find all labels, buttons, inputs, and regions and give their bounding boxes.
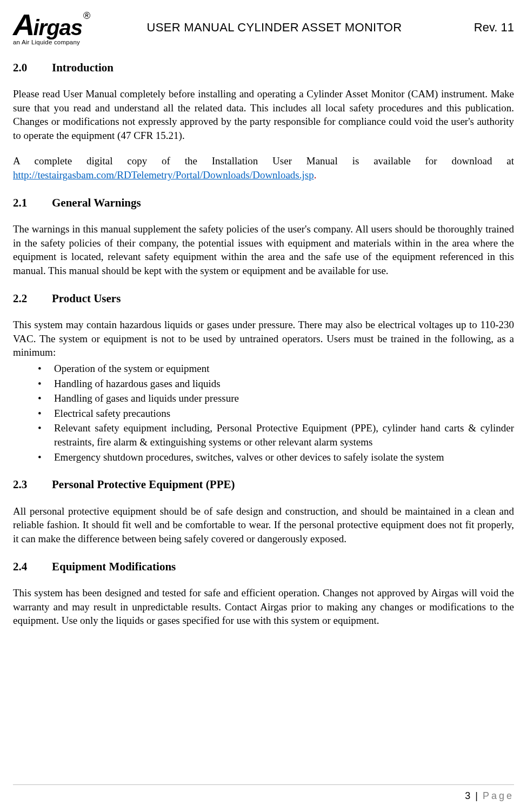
download-link[interactable]: http://testairgasbam.com/RDTelemetry/Por…	[13, 169, 314, 181]
section-heading-product-users: 2.2Product Users	[13, 291, 514, 306]
logo-text: A irgas ®	[13, 12, 90, 37]
list-item: Electrical safety precautions	[38, 407, 514, 421]
section-number: 2.0	[13, 60, 52, 75]
footer-separator: |	[471, 790, 483, 801]
list-item: Operation of the system or equipment	[38, 362, 514, 376]
paragraph-product-users: This system may contain hazardous liquid…	[13, 318, 514, 360]
section-title: General Warnings	[52, 196, 141, 209]
paragraph-intro-2: A complete digital copy of the Installat…	[13, 154, 514, 182]
list-item: Relevant safety equipment including, Per…	[38, 421, 514, 449]
footer-divider	[13, 784, 514, 785]
section-number: 2.1	[13, 195, 52, 210]
logo-initial: A	[13, 12, 34, 37]
paragraph-ppe: All personal protective equipment should…	[13, 504, 514, 546]
list-item: Emergency shutdown procedures, switches,…	[38, 450, 514, 464]
page-header: A irgas ® an Air Liquide company USER MA…	[13, 12, 514, 47]
logo-registered-icon: ®	[83, 12, 90, 20]
section-title: Introduction	[52, 61, 114, 74]
list-item: Handling of hazardous gases and liquids	[38, 377, 514, 391]
footer-page-word: Page	[483, 790, 514, 801]
logo-name: irgas	[33, 19, 82, 37]
list-item: Handling of gases and liquids under pres…	[38, 391, 514, 405]
training-list: Operation of the system or equipment Han…	[13, 362, 514, 464]
page-footer: 3 | Page	[13, 784, 514, 802]
section-heading-introduction: 2.0Introduction	[13, 60, 514, 75]
paragraph-intro-2-text: A complete digital copy of the Installat…	[13, 155, 514, 167]
link-period: .	[314, 169, 317, 181]
section-number: 2.2	[13, 291, 52, 306]
paragraph-equipment-modifications: This system has been designed and tested…	[13, 586, 514, 628]
section-heading-ppe: 2.3Personal Protective Equipment (PPE)	[13, 477, 514, 492]
document-title: USER MANUAL CYLINDER ASSET MONITOR	[94, 12, 455, 36]
paragraph-intro-1: Please read User Manual completely befor…	[13, 87, 514, 143]
revision-label: Rev. 11	[455, 12, 514, 36]
logo-tagline: an Air Liquide company	[13, 38, 80, 47]
section-heading-equipment-modifications: 2.4Equipment Modifications	[13, 559, 514, 574]
section-heading-general-warnings: 2.1General Warnings	[13, 195, 514, 210]
footer-page-label: 3 | Page	[13, 789, 514, 802]
section-title: Product Users	[52, 292, 121, 305]
section-number: 2.3	[13, 477, 52, 492]
paragraph-warnings: The warnings in this manual supplement t…	[13, 222, 514, 278]
footer-page-number: 3	[465, 790, 471, 801]
section-title: Personal Protective Equipment (PPE)	[52, 478, 235, 491]
section-title: Equipment Modifications	[52, 560, 176, 573]
brand-logo: A irgas ® an Air Liquide company	[13, 12, 94, 47]
section-number: 2.4	[13, 559, 52, 574]
